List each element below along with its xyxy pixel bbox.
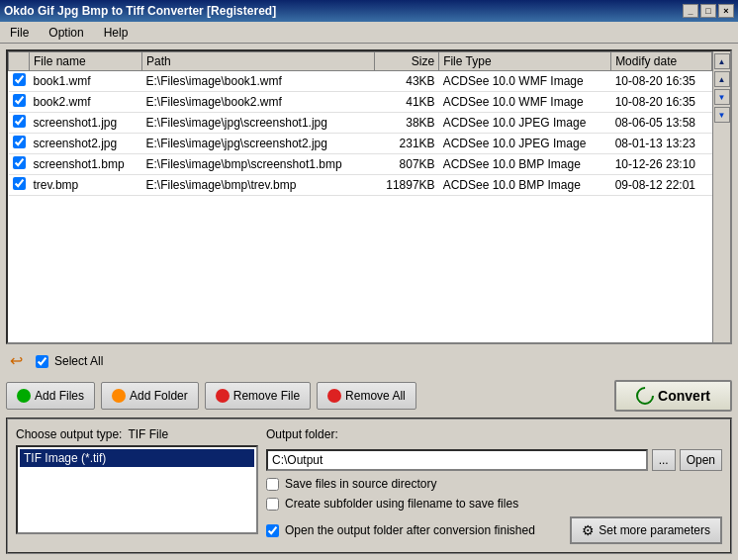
close-button[interactable]: × [718, 4, 734, 18]
output-type-value: TIF File [128, 427, 168, 441]
row-size: 43KB [374, 71, 438, 92]
row-date: 08-06-05 13:58 [611, 113, 712, 134]
col-modifydate: Modify date [611, 52, 712, 71]
row-checkbox[interactable] [13, 73, 26, 86]
maximize-button[interactable]: □ [700, 4, 716, 18]
menu-help[interactable]: Help [98, 24, 135, 42]
add-folder-label: Add Folder [130, 389, 188, 403]
remove-all-button[interactable]: Remove All [317, 382, 416, 410]
title-bar-title: Okdo Gif Jpg Bmp to Tiff Converter [Regi… [4, 4, 276, 18]
add-files-button[interactable]: Add Files [6, 382, 95, 410]
add-folder-button[interactable]: Add Folder [101, 382, 199, 410]
open-after-checkbox[interactable] [266, 524, 279, 537]
scroll-bottom-button[interactable]: ▼ [714, 107, 730, 123]
output-type-panel: Choose output type: TIF File TIF Image (… [16, 427, 258, 544]
open-after-label: Open the output folder after conversion … [285, 523, 535, 537]
row-filetype: ACDSee 10.0 JPEG Image [439, 134, 611, 154]
menu-option[interactable]: Option [43, 24, 89, 42]
output-type-list[interactable]: TIF Image (*.tif) [16, 445, 258, 534]
create-subfolder-label: Create subfolder using filename to save … [285, 497, 518, 511]
row-path: E:\Files\image\book1.wmf [141, 71, 374, 92]
row-size: 41KB [374, 92, 438, 113]
row-filename: book1.wmf [30, 71, 142, 92]
output-options-panel: Output folder: ... Open Save files in so… [266, 427, 722, 544]
scroll-down-button[interactable]: ▼ [714, 89, 730, 105]
row-size: 231KB [374, 134, 438, 154]
row-filename: trev.bmp [30, 175, 142, 196]
add-files-label: Add Files [35, 389, 84, 403]
col-path: Path [141, 52, 374, 71]
row-checkbox[interactable] [13, 177, 26, 190]
title-bar-controls[interactable]: _ □ × [683, 4, 734, 18]
row-checkbox[interactable] [13, 94, 26, 107]
row-filetype: ACDSee 10.0 JPEG Image [439, 113, 611, 134]
action-buttons-row: Add Files Add Folder Remove File Remove … [6, 378, 732, 414]
browse-button[interactable]: ... [652, 449, 676, 471]
remove-file-button[interactable]: Remove File [205, 382, 311, 410]
row-date: 10-08-20 16:35 [611, 92, 712, 113]
main-content: File name Path Size File Type Modify dat… [0, 44, 738, 560]
output-folder-label: Output folder: [266, 427, 722, 441]
row-checkbox[interactable] [13, 115, 26, 128]
row-filetype: ACDSee 10.0 BMP Image [439, 154, 611, 175]
scroll-up-button[interactable]: ▲ [714, 71, 730, 87]
convert-icon [632, 383, 657, 408]
gear-icon: ⚙ [582, 522, 595, 538]
minimize-button[interactable]: _ [683, 4, 698, 18]
row-filename: screenshot1.jpg [30, 113, 142, 134]
app-title: Okdo Gif Jpg Bmp to Tiff Converter [Regi… [4, 4, 276, 18]
bottom-panel: Choose output type: TIF File TIF Image (… [6, 418, 732, 554]
save-source-label: Save files in source directory [285, 477, 436, 491]
row-date: 09-08-12 22:01 [611, 175, 712, 196]
row-filetype: ACDSee 10.0 WMF Image [439, 92, 611, 113]
row-filetype: ACDSee 10.0 BMP Image [439, 175, 611, 196]
col-filename: File name [30, 52, 142, 71]
row-checkbox[interactable] [13, 136, 26, 148]
table-row[interactable]: book1.wmf E:\Files\image\book1.wmf 43KB … [9, 71, 712, 92]
file-list-container: File name Path Size File Type Modify dat… [6, 49, 732, 344]
convert-label: Convert [658, 388, 710, 404]
row-path: E:\Files\image\bmp\trev.bmp [141, 175, 374, 196]
set-more-params-button[interactable]: ⚙ Set more parameters [570, 516, 722, 544]
open-after-row: Open the output folder after conversion … [266, 523, 535, 537]
back-icon[interactable]: ↩ [10, 351, 30, 371]
scroll-top-button[interactable]: ▲ [714, 53, 730, 69]
remove-all-icon [327, 389, 341, 403]
table-row[interactable]: trev.bmp E:\Files\image\bmp\trev.bmp 118… [9, 175, 712, 196]
row-path: E:\Files\image\book2.wmf [141, 92, 374, 113]
create-subfolder-checkbox[interactable] [266, 498, 279, 511]
title-bar: Okdo Gif Jpg Bmp to Tiff Converter [Regi… [0, 0, 738, 22]
output-folder-input[interactable] [266, 449, 648, 471]
menu-file[interactable]: File [4, 24, 35, 42]
output-folder-row: ... Open [266, 449, 722, 471]
row-filename: screenshot2.jpg [30, 134, 142, 154]
remove-file-label: Remove File [233, 389, 300, 403]
output-type-option-tif[interactable]: TIF Image (*.tif) [20, 449, 254, 467]
select-all-row: ↩ Select All [6, 348, 732, 374]
select-all-checkbox[interactable] [36, 355, 48, 368]
remove-file-icon [216, 389, 230, 403]
table-row[interactable]: screenshot2.jpg E:\Files\image\jpg\scree… [9, 134, 712, 154]
table-row[interactable]: screenshot1.bmp E:\Files\image\bmp\scree… [9, 154, 712, 175]
row-filetype: ACDSee 10.0 WMF Image [439, 71, 611, 92]
row-path: E:\Files\image\jpg\screenshot2.jpg [141, 134, 374, 154]
row-path: E:\Files\image\bmp\screenshot1.bmp [141, 154, 374, 175]
col-size: Size [374, 52, 438, 71]
save-source-row: Save files in source directory [266, 477, 722, 491]
add-files-icon [17, 389, 31, 403]
menu-bar: File Option Help [0, 22, 738, 44]
row-checkbox[interactable] [13, 156, 26, 169]
create-subfolder-row: Create subfolder using filename to save … [266, 497, 722, 511]
open-button[interactable]: Open [680, 449, 722, 471]
row-date: 10-08-20 16:35 [611, 71, 712, 92]
row-filename: screenshot1.bmp [30, 154, 142, 175]
file-table: File name Path Size File Type Modify dat… [8, 51, 712, 342]
add-folder-icon [112, 389, 126, 403]
remove-all-label: Remove All [345, 389, 406, 403]
convert-button[interactable]: Convert [614, 380, 732, 412]
table-row[interactable]: book2.wmf E:\Files\image\book2.wmf 41KB … [9, 92, 712, 113]
save-source-checkbox[interactable] [266, 478, 279, 491]
table-row[interactable]: screenshot1.jpg E:\Files\image\jpg\scree… [9, 113, 712, 134]
col-filetype: File Type [439, 52, 611, 71]
row-size: 807KB [374, 154, 438, 175]
